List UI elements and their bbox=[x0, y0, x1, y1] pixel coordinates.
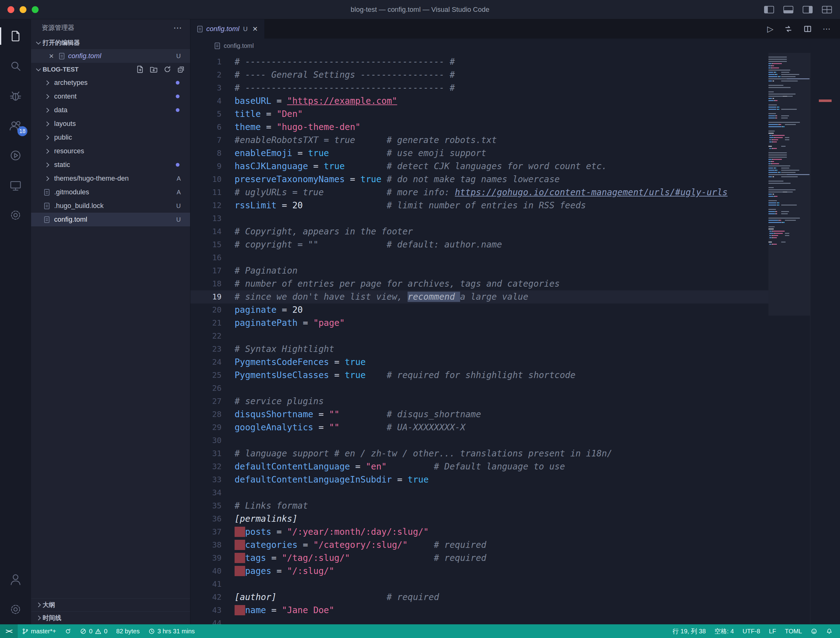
line-number[interactable]: 19 bbox=[190, 291, 221, 303]
tree-item-data[interactable]: data bbox=[31, 103, 190, 117]
toggle-sidebar-icon[interactable] bbox=[764, 6, 774, 13]
line-number[interactable]: 20 bbox=[190, 303, 221, 316]
activity-item-manage[interactable] bbox=[0, 594, 31, 624]
code-line-7[interactable]: 7#enableRobotsTXT = true # generate robo… bbox=[190, 134, 769, 147]
activity-item-explorer[interactable] bbox=[0, 21, 31, 51]
line-number[interactable]: 16 bbox=[190, 251, 221, 264]
code-line-19[interactable]: 19# since we don't have list view, recom… bbox=[190, 291, 769, 303]
timeline-section-header[interactable]: 时间线 bbox=[31, 611, 190, 624]
code-line-42[interactable]: 42[author] # required bbox=[190, 591, 769, 604]
code-line-6[interactable]: 6theme = "hugo-theme-den" bbox=[190, 121, 769, 134]
outline-section-header[interactable]: 大纲 bbox=[31, 598, 190, 611]
line-number[interactable]: 28 bbox=[190, 408, 221, 421]
line-number[interactable]: 1 bbox=[190, 55, 221, 68]
close-window-button[interactable] bbox=[8, 6, 14, 13]
code-line-24[interactable]: 24PygmentsCodeFences = true bbox=[190, 356, 769, 369]
activity-item-run-circle[interactable] bbox=[0, 141, 31, 171]
line-number[interactable]: 13 bbox=[190, 212, 221, 225]
line-number[interactable]: 21 bbox=[190, 316, 221, 330]
split-editor-icon[interactable] bbox=[803, 25, 812, 33]
code-line-9[interactable]: 9hasCJKLanguage = true # detect CJK lang… bbox=[190, 160, 769, 173]
code-line-10[interactable]: 10preserveTaxonomyNames = true # do not … bbox=[190, 173, 769, 186]
code-line-29[interactable]: 29googleAnalytics = "" # UA-XXXXXXXX-X bbox=[190, 421, 769, 434]
line-number[interactable]: 17 bbox=[190, 264, 221, 277]
code-line-33[interactable]: 33defaultContentLanguageInSubdir = true bbox=[190, 473, 769, 486]
code-line-2[interactable]: 2# ---- General Settings ---------------… bbox=[190, 68, 769, 82]
line-number[interactable]: 27 bbox=[190, 395, 221, 408]
code-line-18[interactable]: 18# number of entries per page for archi… bbox=[190, 277, 769, 291]
minimize-window-button[interactable] bbox=[20, 6, 27, 13]
tree-item-public[interactable]: public bbox=[31, 131, 190, 144]
code-line-22[interactable]: 22 bbox=[190, 330, 769, 343]
code-line-31[interactable]: 31# language support # en / zh-tw / othe… bbox=[190, 447, 769, 460]
line-number[interactable]: 34 bbox=[190, 486, 221, 499]
line-number[interactable]: 35 bbox=[190, 499, 221, 512]
code-line-41[interactable]: 41 bbox=[190, 578, 769, 591]
code-line-23[interactable]: 23# Syntax Hightlight bbox=[190, 343, 769, 356]
activity-item-search[interactable] bbox=[0, 51, 31, 81]
more-actions-icon[interactable]: ⋯ bbox=[823, 24, 831, 34]
code-line-11[interactable]: 11# uglyURLs = true # more info: https:/… bbox=[190, 186, 769, 199]
more-actions-icon[interactable]: ⋯ bbox=[173, 23, 182, 33]
tree-item-static[interactable]: static bbox=[31, 158, 190, 172]
code-line-28[interactable]: 28disqusShortname = "" # disqus_shortnam… bbox=[190, 408, 769, 421]
tab-config-toml[interactable]: config.toml U × bbox=[190, 19, 265, 39]
sync-changes-button[interactable] bbox=[60, 624, 76, 638]
code-line-34[interactable]: 34 bbox=[190, 486, 769, 499]
remote-indicator[interactable]: >< bbox=[0, 624, 18, 638]
line-number[interactable]: 31 bbox=[190, 447, 221, 460]
code-line-25[interactable]: 25PygmentsUseClasses = true # required f… bbox=[190, 369, 769, 382]
line-number[interactable]: 26 bbox=[190, 382, 221, 395]
code-line-15[interactable]: 15# copyright = "" # default: author.nam… bbox=[190, 238, 769, 251]
code-line-27[interactable]: 27# service plugins bbox=[190, 395, 769, 408]
code-line-44[interactable]: 44 bbox=[190, 617, 769, 624]
code-line-26[interactable]: 26 bbox=[190, 382, 769, 395]
code-line-37[interactable]: 37 posts = "/:year/:month/:day/:slug/" bbox=[190, 526, 769, 539]
code-line-35[interactable]: 35# Links format bbox=[190, 499, 769, 512]
minimap[interactable] bbox=[769, 53, 810, 624]
line-number[interactable]: 44 bbox=[190, 617, 221, 624]
project-section-header[interactable]: BLOG-TEST bbox=[31, 63, 190, 76]
line-number[interactable]: 5 bbox=[190, 107, 221, 121]
line-number[interactable]: 30 bbox=[190, 434, 221, 447]
close-tab-icon[interactable]: × bbox=[253, 24, 258, 34]
code-line-12[interactable]: 12rssLimit = 20 # limit number of entrie… bbox=[190, 199, 769, 212]
code-line-43[interactable]: 43 name = "Jane Doe" bbox=[190, 604, 769, 617]
line-number[interactable]: 23 bbox=[190, 343, 221, 356]
code-line-5[interactable]: 5title = "Den" bbox=[190, 107, 769, 121]
code-line-39[interactable]: 39 tags = "/tag/:slug/" # required bbox=[190, 551, 769, 565]
line-number[interactable]: 42 bbox=[190, 591, 221, 604]
code-line-1[interactable]: 1# -------------------------------------… bbox=[190, 55, 769, 68]
line-number[interactable]: 41 bbox=[190, 578, 221, 591]
line-number[interactable]: 24 bbox=[190, 356, 221, 369]
line-number[interactable]: 18 bbox=[190, 277, 221, 291]
session-duration-status[interactable]: 3 hrs 31 mins bbox=[144, 624, 199, 638]
run-file-icon[interactable]: ▷ bbox=[767, 24, 774, 34]
code-line-17[interactable]: 17# Pagination bbox=[190, 264, 769, 277]
line-number[interactable]: 33 bbox=[190, 473, 221, 486]
collapse-all-icon[interactable] bbox=[177, 65, 185, 73]
code-line-4[interactable]: 4baseURL = "https://example.com" bbox=[190, 95, 769, 107]
open-editors-section-header[interactable]: 打开的编辑器 bbox=[31, 36, 190, 49]
eol-status[interactable]: LF bbox=[764, 624, 780, 638]
activity-item-debug[interactable] bbox=[0, 81, 31, 111]
breadcrumb[interactable]: config.toml bbox=[190, 39, 840, 53]
line-number[interactable]: 6 bbox=[190, 121, 221, 134]
code-line-14[interactable]: 14# Copyright, appears in the footer bbox=[190, 225, 769, 238]
activity-item-account[interactable] bbox=[0, 565, 31, 594]
code-line-40[interactable]: 40 pages = "/:slug/" bbox=[190, 565, 769, 578]
code-line-3[interactable]: 3# -------------------------------------… bbox=[190, 82, 769, 95]
tree-item-layouts[interactable]: layouts bbox=[31, 117, 190, 131]
open-changes-icon[interactable] bbox=[784, 25, 793, 33]
tree-item-gitmodules[interactable]: .gitmodulesA bbox=[31, 185, 190, 199]
cursor-position-status[interactable]: 行 19, 列 38 bbox=[668, 624, 710, 638]
tree-item-resources[interactable]: resources bbox=[31, 144, 190, 158]
code-line-21[interactable]: 21paginatePath = "page" bbox=[190, 316, 769, 330]
code-line-32[interactable]: 32defaultContentLanguage = "en" # Defaul… bbox=[190, 460, 769, 473]
line-number[interactable]: 9 bbox=[190, 160, 221, 173]
code-line-36[interactable]: 36[permalinks] bbox=[190, 512, 769, 526]
overview-ruler[interactable] bbox=[810, 53, 840, 624]
code-line-30[interactable]: 30 bbox=[190, 434, 769, 447]
line-number[interactable]: 10 bbox=[190, 173, 221, 186]
new-file-icon[interactable] bbox=[136, 65, 144, 73]
